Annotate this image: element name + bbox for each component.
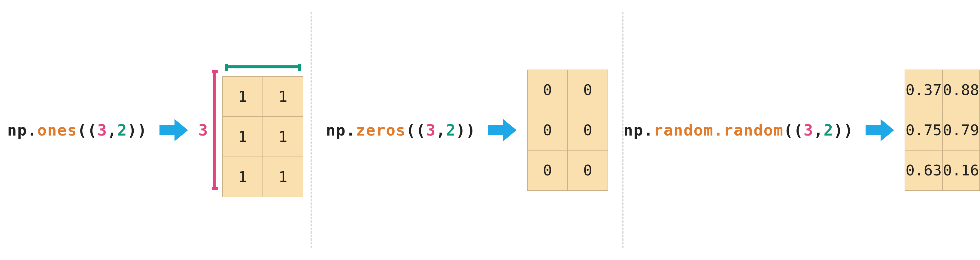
tok-fn: ones — [37, 121, 77, 139]
matrix-wrap-ones: 3 — [199, 63, 303, 197]
panel-random: np.random.random((3,2)) 0.37 0.88 0.75 0… — [624, 0, 980, 260]
matrix-cell: 1 — [263, 157, 303, 197]
matrix-cell: 1 — [223, 76, 263, 117]
tok-paren-open: (( — [406, 121, 426, 139]
matrix-row: 0.75 0.79 — [905, 110, 980, 150]
group-ones: np.ones((3,2)) 3 — [7, 63, 303, 197]
tok-paren-close: )) — [834, 121, 854, 139]
matrix-cell: 0.63 — [905, 150, 942, 190]
code-ones: np.ones((3,2)) — [7, 121, 147, 139]
matrix-row: 0 0 — [527, 70, 608, 110]
code-random: np.random.random((3,2)) — [624, 121, 854, 139]
matrix-cell: 0 — [568, 150, 608, 190]
tok-paren-close: )) — [456, 121, 476, 139]
tok-np: np. — [624, 121, 654, 139]
tok-rows: 3 — [804, 121, 814, 139]
matrix-row: 0.63 0.16 — [905, 150, 980, 190]
svg-marker-0 — [159, 119, 188, 141]
tok-np: np. — [326, 121, 356, 139]
svg-marker-8 — [865, 119, 894, 141]
matrix-cell: 0.75 — [905, 110, 942, 150]
matrix-cell: 1 — [223, 157, 263, 197]
matrix-row: 0 0 — [527, 150, 608, 190]
diagram-container: np.ones((3,2)) 3 — [0, 0, 980, 260]
tok-np: np. — [7, 121, 37, 139]
tok-fn: zeros — [356, 121, 406, 139]
matrix-cell: 0.37 — [905, 70, 942, 110]
group-random: np.random.random((3,2)) 0.37 0.88 0.75 0… — [624, 70, 980, 191]
tok-cols: 2 — [824, 121, 834, 139]
matrix-row: 1 1 — [223, 117, 303, 157]
matrix-cell: 0.16 — [942, 150, 980, 190]
matrix-cell: 0 — [527, 110, 568, 150]
matrix-cell: 0.88 — [942, 70, 980, 110]
matrix-cell: 1 — [263, 76, 303, 117]
svg-marker-7 — [488, 119, 517, 141]
panel-zeros: np.zeros((3,2)) 0 0 0 0 0 0 — [312, 0, 622, 260]
tok-rows: 3 — [426, 121, 436, 139]
matrix-row: 1 1 — [223, 157, 303, 197]
matrix-ones: 1 1 1 1 1 1 — [222, 76, 303, 197]
tok-comma: , — [814, 121, 824, 139]
tok-cols: 2 — [118, 121, 127, 139]
arrow-right-icon — [485, 114, 518, 147]
panel-ones: np.ones((3,2)) 3 — [0, 0, 310, 260]
code-zeros: np.zeros((3,2)) — [326, 121, 476, 139]
matrix-cell: 0.79 — [942, 110, 980, 150]
matrix-row: 0.37 0.88 — [905, 70, 980, 110]
arrow-right-icon — [156, 114, 189, 147]
matrix-random: 0.37 0.88 0.75 0.79 0.63 0.16 — [905, 70, 980, 191]
tok-comma: , — [436, 121, 446, 139]
tok-paren-close: )) — [127, 121, 148, 139]
tok-paren-open: (( — [77, 121, 97, 139]
matrix-zeros: 0 0 0 0 0 0 — [527, 70, 608, 191]
matrix-cell: 0 — [568, 70, 608, 110]
tok-paren-open: (( — [784, 121, 804, 139]
arrow-right-icon — [862, 114, 896, 147]
tok-rows: 3 — [97, 121, 107, 139]
group-zeros: np.zeros((3,2)) 0 0 0 0 0 0 — [326, 70, 608, 191]
cols-bracket — [223, 63, 302, 71]
matrix-cell: 0 — [527, 70, 568, 110]
matrix-cell: 0 — [568, 110, 608, 150]
tok-cols: 2 — [446, 121, 456, 139]
tok-comma: , — [107, 121, 117, 139]
matrix-row: 0 0 — [527, 110, 608, 150]
matrix-column-ones: 1 1 1 1 1 1 — [222, 63, 303, 197]
rows-label: 3 — [199, 121, 208, 139]
rows-bracket: 3 — [199, 69, 218, 192]
tok-fn: random.random — [654, 121, 784, 139]
matrix-cell: 1 — [263, 117, 303, 157]
matrix-cell: 0 — [527, 150, 568, 190]
matrix-row: 1 1 — [223, 76, 303, 117]
matrix-cell: 1 — [223, 117, 263, 157]
